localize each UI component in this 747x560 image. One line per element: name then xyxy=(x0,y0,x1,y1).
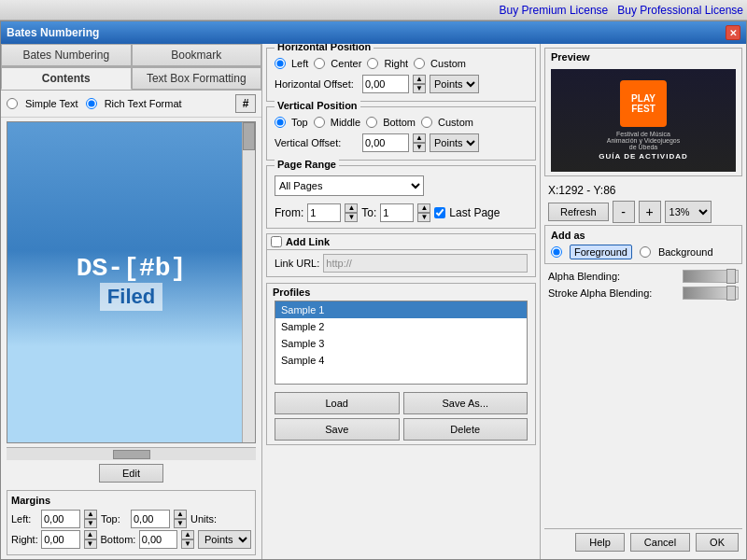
right-margin-up[interactable]: ▲ xyxy=(84,530,97,539)
preview-sub-text: Filed xyxy=(100,283,162,311)
horiz-offset-row: Horizontal Offset: 0,00 ▲ ▼ Points xyxy=(275,73,528,95)
vert-offset-spin[interactable]: ▲ ▼ xyxy=(413,133,426,152)
page-from-row: From: 1 ▲ ▼ To: 1 ▲ ▼ Last Page xyxy=(275,203,528,222)
horiz-left-label: Left xyxy=(291,58,308,69)
title-bar: Bates Numbering ✕ xyxy=(1,21,746,44)
from-up[interactable]: ▲ xyxy=(345,203,358,213)
vertical-scrollbar[interactable] xyxy=(242,122,255,442)
horizontal-scrollbar[interactable] xyxy=(7,447,256,460)
hash-button[interactable]: # xyxy=(235,94,256,113)
profile-item-4[interactable]: Sample 4 xyxy=(275,352,527,369)
tab-contents[interactable]: Contents xyxy=(1,67,132,90)
stroke-alpha-slider[interactable] xyxy=(683,287,739,300)
right-margin-input[interactable]: 0,00 xyxy=(41,530,79,549)
vert-custom-radio[interactable] xyxy=(421,117,432,128)
foreground-radio[interactable] xyxy=(551,246,562,258)
bottom-margin-input[interactable]: 0,00 xyxy=(139,530,177,549)
tab-bates-numbering[interactable]: Bates Numbering xyxy=(1,44,132,66)
simple-text-radio[interactable] xyxy=(7,98,18,109)
from-spin[interactable]: ▲ ▼ xyxy=(345,203,358,222)
vert-offset-up[interactable]: ▲ xyxy=(413,133,426,143)
left-margin-down[interactable]: ▼ xyxy=(84,519,97,528)
load-button[interactable]: Load xyxy=(275,392,400,414)
simple-text-label: Simple Text xyxy=(25,98,78,109)
vert-units-select[interactable]: Points xyxy=(430,133,479,152)
page-range-select[interactable]: All Pages xyxy=(275,175,424,196)
cancel-button[interactable]: Cancel xyxy=(630,533,690,552)
add-link-checkbox[interactable] xyxy=(271,236,282,247)
stroke-alpha-slider-thumb[interactable] xyxy=(726,286,736,301)
top-margin-input[interactable]: 0,00 xyxy=(131,510,170,528)
horiz-center-radio[interactable] xyxy=(314,58,325,69)
zoom-select[interactable]: 13% xyxy=(665,201,712,223)
horiz-offset-up[interactable]: ▲ xyxy=(413,75,426,84)
horiz-left-radio[interactable] xyxy=(275,58,286,69)
alpha-slider-thumb[interactable] xyxy=(726,269,736,284)
xy-label: X:1292 - Y:86 xyxy=(548,184,616,197)
preview-main-text: DS-[#b] xyxy=(77,254,187,283)
vert-offset-down[interactable]: ▼ xyxy=(413,143,426,152)
from-input[interactable]: 1 xyxy=(307,203,341,222)
top-margin-up[interactable]: ▲ xyxy=(174,510,187,519)
scrollbar-thumb[interactable] xyxy=(243,122,255,150)
last-page-label: Last Page xyxy=(449,206,500,219)
preview-thumbnail: PLAY FEST Festival de MúsicaAnimación y … xyxy=(551,69,736,172)
vert-bottom-radio[interactable] xyxy=(366,117,377,128)
horiz-units-select[interactable]: Points xyxy=(430,75,479,93)
left-margin-spin[interactable]: ▲ ▼ xyxy=(84,510,97,528)
profiles-list[interactable]: Sample 1 Sample 2 Sample 3 Sample 4 xyxy=(275,301,528,385)
profile-item-3[interactable]: Sample 3 xyxy=(275,335,527,352)
horiz-offset-down[interactable]: ▼ xyxy=(413,84,426,93)
to-up[interactable]: ▲ xyxy=(417,203,430,213)
left-margin-up[interactable]: ▲ xyxy=(84,510,97,519)
top-bar-links[interactable]: Buy Premium License Buy Professional Lic… xyxy=(500,4,743,17)
hscroll-thumb[interactable] xyxy=(113,450,150,459)
profile-item-1[interactable]: Sample 1 xyxy=(275,301,527,318)
link-url-input[interactable] xyxy=(323,254,528,273)
save-button[interactable]: Save xyxy=(275,418,400,441)
zoom-minus-button[interactable]: - xyxy=(613,201,635,223)
close-button[interactable]: ✕ xyxy=(726,25,740,40)
edit-button[interactable]: Edit xyxy=(99,464,163,483)
bottom-margin-spin[interactable]: ▲ ▼ xyxy=(181,530,194,549)
vert-offset-input[interactable]: 0,00 xyxy=(362,133,409,152)
tab-text-box-formatting[interactable]: Text Box Formatting xyxy=(132,67,262,90)
background-label: Background xyxy=(658,246,713,258)
horiz-custom-radio[interactable] xyxy=(414,58,425,69)
background-radio[interactable] xyxy=(640,246,651,258)
rich-text-radio[interactable] xyxy=(86,98,97,109)
top-bar: Buy Premium License Buy Professional Lic… xyxy=(0,0,747,21)
right-margin-spin[interactable]: ▲ ▼ xyxy=(84,530,97,549)
save-as-button[interactable]: Save As... xyxy=(403,392,529,414)
buy-professional-link[interactable]: Buy Professional License xyxy=(617,4,743,17)
add-link-label: Add Link xyxy=(286,236,330,247)
top-margin-spin[interactable]: ▲ ▼ xyxy=(174,510,187,528)
foreground-label-btn[interactable]: Foreground xyxy=(570,245,632,259)
refresh-button[interactable]: Refresh xyxy=(548,203,609,221)
vert-top-radio[interactable] xyxy=(275,117,286,128)
ok-button[interactable]: OK xyxy=(696,533,739,552)
horiz-right-radio[interactable] xyxy=(367,58,378,69)
from-down[interactable]: ▼ xyxy=(345,213,358,222)
alpha-blending-slider[interactable] xyxy=(683,270,739,283)
to-input[interactable]: 1 xyxy=(380,203,414,222)
zoom-plus-button[interactable]: + xyxy=(639,201,661,223)
bottom-margin-up[interactable]: ▲ xyxy=(181,530,194,539)
tab-bookmark[interactable]: Bookmark xyxy=(132,44,262,66)
units-select[interactable]: Points xyxy=(198,530,251,549)
horiz-offset-spin[interactable]: ▲ ▼ xyxy=(413,75,426,93)
help-button[interactable]: Help xyxy=(575,533,625,552)
vert-top-label: Top xyxy=(291,117,308,128)
bottom-margin-down[interactable]: ▼ xyxy=(181,539,194,549)
profile-item-2[interactable]: Sample 2 xyxy=(275,318,527,335)
to-down[interactable]: ▼ xyxy=(417,213,430,222)
top-margin-down[interactable]: ▼ xyxy=(174,519,187,528)
to-spin[interactable]: ▲ ▼ xyxy=(417,203,430,222)
vert-middle-radio[interactable] xyxy=(314,117,325,128)
last-page-checkbox[interactable] xyxy=(434,207,445,218)
right-margin-down[interactable]: ▼ xyxy=(84,539,97,549)
horiz-offset-input[interactable]: 0,00 xyxy=(362,75,409,93)
delete-button[interactable]: Delete xyxy=(403,418,529,441)
left-margin-input[interactable]: 0,00 xyxy=(41,510,80,528)
buy-premium-link[interactable]: Buy Premium License xyxy=(500,4,609,17)
